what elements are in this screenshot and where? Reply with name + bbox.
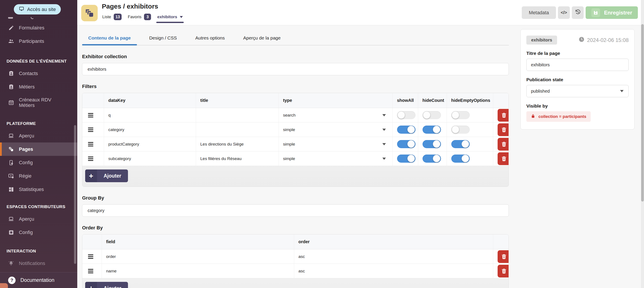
drag-handle[interactable] bbox=[88, 254, 93, 259]
sidebar-item-pages[interactable]: Pages bbox=[0, 142, 77, 156]
collection-chip: exhibitors bbox=[526, 36, 557, 44]
type-select[interactable]: simple bbox=[283, 156, 392, 161]
type-select[interactable]: simple bbox=[283, 142, 392, 147]
cell-order: asc bbox=[294, 249, 493, 264]
sidebar-item-config[interactable]: Config bbox=[0, 156, 77, 169]
corner-decoration bbox=[0, 283, 8, 288]
showAll-toggle[interactable] bbox=[397, 140, 416, 148]
tab-favoris-label: Favoris bbox=[128, 14, 141, 19]
hideEmptyOptions-toggle[interactable] bbox=[451, 111, 470, 119]
help-icon: ? bbox=[8, 276, 16, 284]
sidebar-item-participants[interactable]: Participants bbox=[0, 34, 77, 48]
sidebar-scrollbar-thumb[interactable] bbox=[74, 125, 76, 264]
tab-liste[interactable]: Liste 13 bbox=[102, 14, 122, 20]
sidebar-section-platform: PLATEFORME bbox=[0, 112, 77, 129]
tab-autres-options[interactable]: Autres options bbox=[189, 33, 231, 45]
sidebar-item-config-contrib[interactable]: Config bbox=[0, 226, 77, 239]
delete-filter-button[interactable] bbox=[498, 123, 509, 136]
showAll-toggle[interactable] bbox=[397, 154, 416, 163]
sidebar-item-formulaires[interactable]: Formulaires bbox=[0, 21, 77, 34]
showAll-toggle[interactable] bbox=[397, 111, 416, 119]
add-filter-label: Ajouter bbox=[97, 173, 128, 179]
sidebar-section-contributors: ESPACES CONTRIBUTEURS bbox=[0, 196, 77, 212]
sidebar-item-notifications[interactable]: Notifications bbox=[0, 256, 77, 270]
hideEmptyOptions-toggle[interactable] bbox=[451, 140, 470, 148]
cell-dataKey: productCategory bbox=[104, 137, 196, 152]
sidebar-item-documentation[interactable]: ? Documentation bbox=[0, 272, 77, 288]
hideCount-toggle[interactable] bbox=[422, 140, 441, 148]
chevron-down-icon bbox=[620, 90, 624, 92]
drag-handle[interactable] bbox=[88, 113, 93, 118]
drag-handle[interactable] bbox=[88, 156, 93, 161]
filter-row: productCategory Les directions du Siège … bbox=[82, 137, 508, 152]
visible-by-label: Visible by bbox=[526, 104, 629, 109]
sidebar-item-regie[interactable]: Régie bbox=[0, 169, 77, 183]
delete-filter-button[interactable] bbox=[498, 138, 509, 150]
sidebar-item-apercu-contrib[interactable]: Aperçu bbox=[0, 212, 77, 226]
page-scrollbar[interactable] bbox=[641, 0, 644, 288]
drag-handle[interactable] bbox=[88, 269, 93, 273]
page-scrollbar-thumb[interactable] bbox=[641, 24, 644, 202]
contact-card-icon bbox=[8, 70, 14, 76]
hideEmptyOptions-toggle[interactable] bbox=[451, 154, 470, 163]
access-site-button[interactable]: Accès au site bbox=[14, 4, 61, 14]
hideCount-toggle[interactable] bbox=[422, 154, 441, 163]
tab-contenu-de-la-page[interactable]: Contenu de la page bbox=[82, 33, 137, 45]
code-button[interactable]: </> bbox=[558, 6, 570, 19]
drag-handle[interactable] bbox=[88, 142, 93, 146]
order-by-label: Order By bbox=[82, 225, 509, 231]
tab-favoris[interactable]: Favoris 3 bbox=[128, 14, 151, 20]
order-by-table: field order order asc name asc bbox=[82, 234, 508, 278]
delete-filter-button[interactable] bbox=[498, 109, 509, 122]
page-title-label: Titre de la page bbox=[526, 51, 629, 56]
type-select[interactable]: search bbox=[283, 113, 392, 118]
sidebar-item-label: Statistiques bbox=[19, 186, 44, 192]
hideEmptyOptions-toggle[interactable] bbox=[451, 126, 470, 134]
showAll-toggle[interactable] bbox=[397, 126, 416, 134]
delete-order-button[interactable] bbox=[498, 250, 509, 263]
pencil-icon bbox=[8, 25, 14, 31]
add-filter-button[interactable]: + Ajouter bbox=[85, 170, 128, 182]
cell-field: order bbox=[102, 249, 294, 264]
group-by-input[interactable] bbox=[82, 204, 509, 217]
plus-icon: + bbox=[85, 282, 97, 288]
sidebar-item-metiers[interactable]: Métiers bbox=[0, 80, 77, 94]
type-select[interactable]: simple bbox=[283, 127, 392, 132]
col-field: field bbox=[102, 234, 294, 249]
tab-exhibitors[interactable]: exhibitors bbox=[157, 14, 183, 21]
hideCount-toggle[interactable] bbox=[422, 126, 441, 134]
sidebar-item-creneaux-rdv[interactable]: Créneaux RDV Métiers bbox=[0, 94, 77, 112]
chevron-down-icon bbox=[382, 129, 386, 131]
publication-state-label: Publication state bbox=[526, 77, 629, 82]
sidebar-item-apercu[interactable]: Aperçu bbox=[0, 129, 77, 142]
col-hideCount: hideCount bbox=[418, 93, 447, 108]
delete-filter-button[interactable] bbox=[498, 152, 509, 165]
metadata-button[interactable]: Metadata bbox=[522, 6, 556, 19]
bell-icon bbox=[8, 260, 14, 266]
tab-design-css[interactable]: Design / CSS bbox=[143, 33, 183, 45]
plus-icon: + bbox=[85, 170, 97, 182]
device-gear-icon bbox=[8, 160, 14, 166]
sidebar-item-label: Contacts bbox=[19, 71, 38, 76]
pages-icon bbox=[8, 146, 14, 152]
col-type: type bbox=[278, 93, 392, 108]
page-title-input[interactable] bbox=[526, 58, 629, 71]
history-button[interactable] bbox=[572, 6, 584, 19]
delete-order-button[interactable] bbox=[498, 265, 509, 278]
save-button[interactable]: Enregistrer bbox=[586, 6, 638, 19]
liste-count-badge: 13 bbox=[114, 14, 122, 20]
code-icon: </> bbox=[560, 10, 567, 15]
add-order-label: Ajouter bbox=[97, 285, 128, 288]
header-tabs: Liste 13 Favoris 3 exhibitors bbox=[102, 14, 183, 20]
sidebar-item-contacts[interactable]: Contacts bbox=[0, 67, 77, 80]
add-order-button[interactable]: + Ajouter bbox=[85, 282, 128, 288]
order-by-row: order asc bbox=[82, 249, 508, 264]
dashboard-icon bbox=[8, 186, 14, 192]
filter-row: q search bbox=[82, 108, 508, 122]
sidebar-item-statistiques[interactable]: Statistiques bbox=[0, 183, 77, 196]
drag-handle[interactable] bbox=[88, 128, 93, 132]
hideCount-toggle[interactable] bbox=[422, 111, 441, 119]
exhibitor-collection-input[interactable] bbox=[82, 63, 509, 75]
publication-state-select[interactable]: published bbox=[526, 85, 629, 97]
tab-apercu-de-la-page[interactable]: Aperçu de la page bbox=[237, 33, 287, 45]
